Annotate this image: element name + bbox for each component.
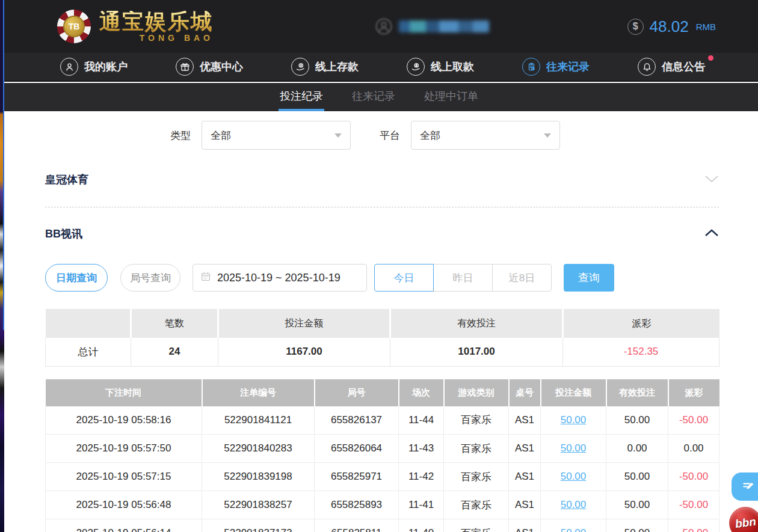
search-button[interactable]: 查询 (564, 264, 614, 292)
withdraw-icon (407, 58, 425, 76)
section-bb-video[interactable]: BB视讯 (45, 227, 719, 241)
bell-icon (638, 58, 656, 76)
summary-payout: -152.35 (563, 338, 719, 366)
nav-item-withdraw[interactable]: 线上取款 (407, 58, 474, 76)
summary-header-row: 笔数 投注金额 有效投注 派彩 (46, 309, 719, 338)
last8days-button[interactable]: 近8日 (492, 264, 552, 292)
nav-item-announcements[interactable]: 信息公告 (638, 58, 705, 76)
summary-total-row: 总计 24 1167.00 1017.00 -152.35 (46, 338, 719, 366)
bet-table-body: 2025-10-19 05:58:16522901841121655826137… (46, 406, 719, 532)
table-row: 2025-10-19 05:56:14522901837173655825811… (46, 519, 719, 532)
cell-order-no: 522901838257 (202, 491, 315, 519)
col-bet-amount: 投注金额 (541, 379, 606, 406)
cell-table-no: AS1 (509, 491, 541, 519)
platform-filter-label: 平台 (380, 129, 400, 142)
chevron-up-icon[interactable] (704, 228, 719, 239)
main-nav: 我的账户 优惠中心 线上存款 线上取款 往来记录 (0, 53, 758, 82)
col-order-no: 注单编号 (202, 379, 315, 406)
bet-amount-link[interactable]: 50.00 (561, 499, 587, 510)
nav-label: 信息公告 (662, 60, 705, 74)
tab-bet-records[interactable]: 投注纪录 (279, 83, 324, 111)
cell-bet-time: 2025-10-19 05:57:15 (46, 463, 202, 491)
cell-session: 11-41 (399, 491, 444, 519)
cell-session: 11-40 (399, 519, 444, 532)
balance-amount: 48.02 (650, 17, 689, 36)
deposit-icon (291, 58, 309, 76)
summary-table: 笔数 投注金额 有效投注 派彩 总计 24 1167.00 1017.00 -1… (45, 309, 719, 367)
cell-table-no: AS1 (509, 463, 541, 491)
col-game-type: 游戏类别 (444, 379, 509, 406)
platform-select-value: 全部 (420, 129, 440, 142)
round-query-button[interactable]: 局号查询 (120, 264, 180, 292)
page: TB 通宝娱乐城 TONG BAO $ 48.02 RMB (0, 0, 758, 532)
cell-bet-time: 2025-10-19 05:56:14 (46, 519, 202, 532)
summary-header-valid-bet: 有效投注 (390, 309, 563, 338)
summary-valid-bet: 1017.00 (390, 338, 563, 366)
cell-payout: -50.00 (668, 463, 719, 491)
yesterday-button[interactable]: 昨日 (433, 264, 493, 292)
table-row: 2025-10-19 05:57:50522901840283655826064… (46, 435, 719, 463)
cell-game-type: 百家乐 (444, 463, 509, 491)
user-icon (60, 58, 78, 76)
cell-bet-amount: 50.00 (541, 491, 606, 519)
cell-session: 11-42 (399, 463, 444, 491)
chevron-down-icon (334, 133, 342, 138)
type-select-value: 全部 (211, 129, 231, 142)
avatar-icon (375, 17, 393, 35)
date-query-button[interactable]: 日期查询 (45, 264, 108, 292)
today-button[interactable]: 今日 (374, 264, 434, 292)
cell-round-no: 655825893 (315, 491, 399, 519)
header: TB 通宝娱乐城 TONG BAO $ 48.02 RMB (0, 0, 758, 53)
cell-game-type: 百家乐 (444, 519, 509, 532)
bet-amount-link[interactable]: 50.00 (561, 414, 587, 426)
quick-range-group: 今日 昨日 近8日 (374, 264, 552, 292)
tab-pending-orders[interactable]: 处理中订单 (423, 83, 479, 111)
nav-item-promotions[interactable]: 优惠中心 (176, 58, 243, 76)
cell-valid-bet: 50.00 (606, 519, 668, 532)
bbn-logo-button[interactable]: bbn (729, 507, 758, 532)
cell-order-no: 522901840283 (202, 435, 315, 463)
section-title: BB视讯 (45, 227, 82, 241)
chevron-down-icon (544, 133, 551, 138)
tab-transaction-records[interactable]: 往来记录 (351, 83, 396, 111)
cell-session: 11-43 (399, 435, 444, 463)
notification-dot (708, 55, 713, 61)
customer-service-button[interactable] (732, 472, 758, 501)
bet-amount-link[interactable]: 50.00 (561, 527, 587, 532)
section-crown-sports[interactable]: 皇冠体育 (45, 173, 719, 187)
platform-select[interactable]: 全部 (411, 121, 560, 150)
cell-round-no: 655826064 (315, 435, 399, 463)
cell-round-no: 655825811 (315, 519, 399, 532)
col-table-no: 桌号 (509, 379, 541, 406)
table-row: 2025-10-19 05:56:48522901838257655825893… (46, 491, 719, 519)
cell-bet-amount: 50.00 (541, 406, 606, 435)
nav-item-deposit[interactable]: 线上存款 (291, 58, 359, 76)
cell-order-no: 522901837173 (202, 519, 315, 532)
sub-tabbar: 投注纪录 往来记录 处理中订单 (0, 83, 758, 111)
bet-amount-link[interactable]: 50.00 (561, 471, 587, 482)
cell-valid-bet: 0.00 (606, 435, 668, 463)
chip-logo-icon: TB (57, 10, 91, 43)
nav-item-records[interactable]: 往来记录 (522, 58, 590, 76)
nav-item-my-account[interactable]: 我的账户 (60, 58, 128, 76)
cell-bet-time: 2025-10-19 05:56:48 (46, 491, 202, 519)
date-range-input[interactable]: 2025-10-19 ~ 2025-10-19 (193, 264, 367, 292)
nav-label: 我的账户 (84, 60, 128, 74)
summary-bet-amount: 1167.00 (218, 338, 390, 366)
edit-note-icon (741, 479, 757, 495)
nav-label: 优惠中心 (200, 60, 243, 74)
cell-payout: 0.00 (668, 435, 719, 463)
bet-amount-link[interactable]: 50.00 (561, 442, 587, 454)
type-select[interactable]: 全部 (202, 121, 351, 150)
user-zone[interactable] (375, 17, 489, 35)
col-valid-bet: 有效投注 (606, 379, 668, 406)
left-edge-strip (0, 0, 4, 532)
bbn-logo-label: bbn (734, 515, 757, 531)
date-range-value: 2025-10-19 ~ 2025-10-19 (217, 272, 340, 284)
filter-row: 类型 全部 平台 全部 (45, 121, 719, 150)
nav-label: 往来记录 (546, 60, 590, 74)
balance-currency: RMB (696, 22, 716, 32)
balance[interactable]: $ 48.02 RMB (627, 17, 716, 36)
brand-logo[interactable]: TB 通宝娱乐城 TONG BAO (57, 10, 214, 43)
chevron-down-icon[interactable] (704, 174, 719, 185)
